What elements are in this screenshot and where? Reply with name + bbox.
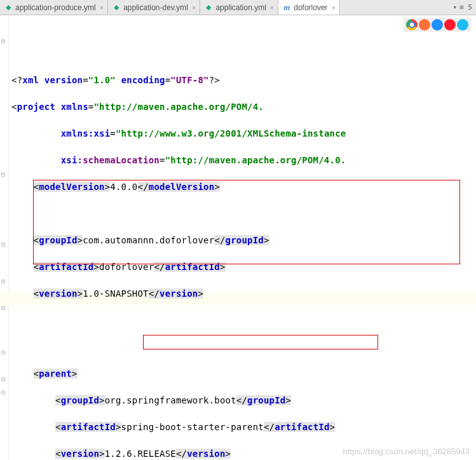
tab-bar-right-controls[interactable]: ▾ ≡ 5 (453, 0, 477, 15)
code-line: <version>1.0-SNAPSHOT</version> (11, 287, 476, 301)
tab-label: application-produce.yml (15, 3, 96, 12)
editor-tabs: ◆ application-produce.yml × ◆ applicatio… (0, 0, 476, 15)
watermark: https://blog.csdn.net/qq_36285943 (343, 447, 470, 456)
close-icon[interactable]: × (332, 4, 336, 11)
fold-end-icon[interactable]: ⊡ (1, 238, 8, 244)
close-icon[interactable]: × (100, 4, 104, 11)
code-line: xmlns:xsi="http://www.w3.org/2001/XMLSch… (11, 127, 476, 140)
close-icon[interactable]: × (192, 4, 196, 11)
tab-application[interactable]: ◆ application.yml × (200, 0, 278, 15)
fold-end-icon[interactable]: ⊡ (1, 372, 8, 379)
yml-icon: ◆ (112, 3, 121, 12)
maven-icon: m (282, 3, 291, 12)
list-mode-label: ≡ 5 (459, 3, 472, 11)
fold-icon[interactable]: ⊟ (1, 168, 8, 174)
tab-label: application-dev.yml (123, 3, 188, 12)
tab-label: application.yml (215, 3, 266, 12)
code-line: <parent> (11, 367, 476, 381)
highlight-box-artifact (143, 335, 378, 349)
fold-end-icon[interactable]: ⊡ (1, 386, 8, 392)
highlight-box-parent (33, 180, 460, 264)
code-line: <?xml version="1.0" encoding="UTF-8"?> (11, 74, 476, 87)
fold-icon[interactable]: ⊟ (1, 274, 8, 281)
gutter: ⊟ ⊟ ⊡ ⊟ ⊟ ⊡ ⊡ ⊡ (0, 15, 9, 460)
tab-doforlover[interactable]: m doforlover × (278, 0, 340, 15)
tab-label: doforlover (294, 3, 327, 12)
yml-icon: ◆ (4, 3, 13, 12)
fold-icon[interactable]: ⊟ (1, 34, 8, 41)
code-editor[interactable]: ⊟ ⊟ ⊡ ⊟ ⊟ ⊡ ⊡ ⊡ <?xml version="1.0" enco… (0, 15, 476, 460)
tab-application-dev[interactable]: ◆ application-dev.yml × (108, 0, 200, 15)
fold-end-icon[interactable]: ⊡ (1, 346, 8, 352)
code-line: <project xmlns="http://maven.apache.org/… (11, 100, 476, 114)
close-icon[interactable]: × (270, 4, 274, 11)
yml-icon: ◆ (204, 3, 213, 12)
tab-application-produce[interactable]: ◆ application-produce.yml × (0, 0, 108, 15)
code-line: <groupId>org.springframework.boot</group… (11, 394, 476, 407)
menu-icon[interactable]: ▾ (453, 3, 458, 11)
code-line (11, 314, 476, 327)
code-line: xsi:schemaLocation="http://maven.apache.… (11, 154, 476, 167)
code-line: <artifactId>spring-boot-starter-parent</… (11, 421, 476, 434)
